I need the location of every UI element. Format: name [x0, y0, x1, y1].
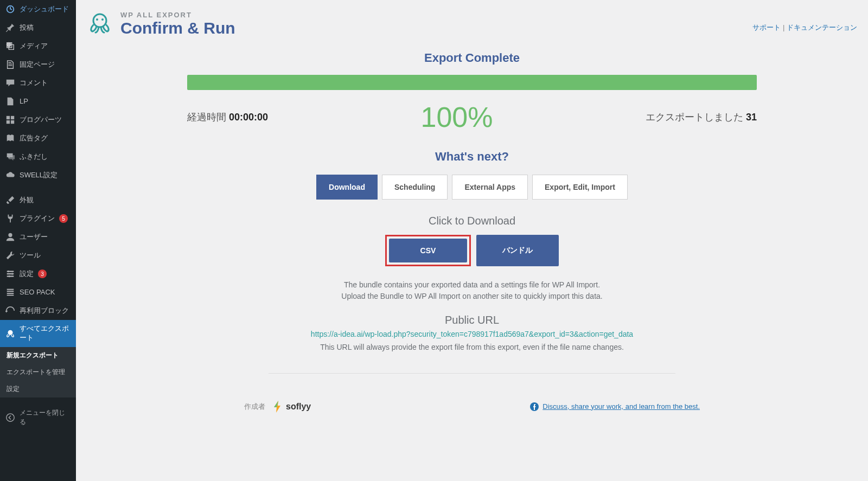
soflyy-brand: soflyy: [273, 401, 311, 413]
user-icon: [5, 232, 15, 242]
sidebar-item-plugins[interactable]: プラグイン 5: [0, 209, 76, 228]
sidebar-item-users[interactable]: ユーザー: [0, 228, 76, 246]
support-link[interactable]: サポート: [752, 23, 781, 31]
sidebar-submenu: 新規エクスポート エクスポートを管理 設定: [0, 347, 76, 397]
click-to-download-heading: Click to Download: [187, 215, 757, 227]
media-icon: [5, 41, 15, 51]
svg-rect-3: [7, 120, 10, 124]
submenu-new-export[interactable]: 新規エクスポート: [0, 347, 76, 364]
sidebar-item-media[interactable]: メディア: [0, 37, 76, 55]
tab-scheduling[interactable]: Scheduling: [382, 175, 448, 200]
progress-percent: 100%: [421, 101, 493, 133]
soflyy-text: soflyy: [286, 402, 311, 412]
sidebar-label: 投稿: [20, 23, 34, 33]
wpallexport-logo-icon: [87, 11, 113, 37]
sidebar-label: ユーザー: [20, 233, 48, 242]
elapsed-time: 経過時間 00:00:00: [187, 111, 268, 124]
sidebar-label: メディア: [20, 42, 48, 51]
exported-count: エクスポートしました 31: [646, 111, 757, 124]
sidebar-label: 広告タグ: [20, 134, 48, 143]
sidebar-item-adtag[interactable]: 広告タグ: [0, 129, 76, 147]
sidebar-label: SEO PACK: [20, 288, 55, 297]
brush-icon: [5, 195, 15, 205]
page-header: WP ALL EXPORT Confirm & Run サポート | ドキュメン…: [87, 0, 857, 37]
octopus-icon: [5, 329, 15, 338]
submenu-manage-exports[interactable]: エクスポートを管理: [0, 364, 76, 381]
sidebar-label: ふきだし: [20, 152, 48, 162]
download-buttons: CSV バンドル: [187, 235, 757, 266]
discuss-section: Discuss, share your work, and learn from…: [530, 402, 700, 412]
sidebar-item-posts[interactable]: 投稿: [0, 18, 76, 37]
collapse-menu[interactable]: メニューを閉じる: [0, 403, 76, 432]
sidebar-item-reusable[interactable]: 再利用ブロック: [0, 302, 76, 320]
sidebar-label: 外観: [20, 196, 34, 205]
wrench-icon: [5, 251, 15, 260]
csv-highlight-box: CSV: [385, 235, 471, 266]
main-content: WP ALL EXPORT Confirm & Run サポート | ドキュメン…: [76, 0, 868, 481]
update-badge: 3: [38, 270, 47, 278]
tab-export-edit-import[interactable]: Export, Edit, Import: [532, 175, 628, 200]
sidebar-item-comments[interactable]: コメント: [0, 74, 76, 92]
sidebar-item-speech[interactable]: ふきだし: [0, 147, 76, 166]
sidebar-item-pages[interactable]: 固定ページ: [0, 55, 76, 74]
svg-point-10: [7, 414, 14, 421]
svg-point-6: [8, 271, 10, 273]
discuss-link[interactable]: Discuss, share your work, and learn from…: [542, 402, 700, 411]
page-title: Confirm & Run: [120, 19, 235, 37]
public-url-note: This URL will always provide the export …: [187, 343, 757, 351]
sidebar-item-swell[interactable]: SWELL設定: [0, 166, 76, 184]
sidebar-item-appearance[interactable]: 外観: [0, 191, 76, 209]
pages-icon: [5, 60, 15, 69]
sidebar-label: LP: [20, 97, 28, 106]
svg-point-7: [11, 273, 14, 275]
update-badge: 5: [59, 214, 68, 223]
download-csv-button[interactable]: CSV: [389, 239, 468, 262]
export-complete-heading: Export Complete: [187, 51, 757, 65]
download-bundle-button[interactable]: バンドル: [476, 235, 559, 266]
footer-row: 作成者 soflyy Discuss, share your work, and…: [228, 401, 716, 413]
sidebar-label: プラグイン: [20, 214, 55, 223]
created-by-label: 作成者: [244, 402, 265, 412]
sidebar-label: ブログパーツ: [20, 116, 62, 125]
whats-next-heading: What's next?: [187, 150, 757, 164]
facebook-icon: [530, 402, 539, 411]
collapse-icon: [5, 413, 15, 422]
sidebar-label: コメント: [20, 79, 48, 88]
documentation-link[interactable]: ドキュメンテーション: [787, 23, 857, 31]
sidebar-label: 固定ページ: [20, 60, 55, 69]
status-row: 経過時間 00:00:00 100% エクスポートしました 31: [187, 101, 757, 133]
sidebar-item-seopack[interactable]: SEO PACK: [0, 283, 76, 302]
sidebar-item-blogparts[interactable]: ブログパーツ: [0, 111, 76, 129]
svg-point-5: [8, 233, 12, 237]
svg-point-13: [101, 18, 104, 21]
sidebar-label: ダッシュボード: [20, 5, 69, 14]
next-steps-tabs: Download Scheduling External Apps Export…: [187, 175, 757, 200]
elapsed-value: 00:00:00: [229, 112, 268, 123]
grid-icon: [5, 115, 15, 125]
sidebar-item-dashboard[interactable]: ダッシュボード: [0, 0, 76, 18]
sidebar-item-lp[interactable]: LP: [0, 92, 76, 111]
recycle-icon: [5, 306, 15, 316]
bolt-icon: [273, 401, 283, 413]
progress-bar: [187, 75, 757, 90]
svg-rect-1: [7, 116, 10, 119]
sidebar-item-tools[interactable]: ツール: [0, 246, 76, 265]
sidebar-item-export-all[interactable]: すべてエクスポート: [0, 320, 76, 347]
svg-point-12: [96, 18, 98, 21]
public-url-link[interactable]: https://a-idea.ai/wp-load.php?security_t…: [187, 330, 757, 338]
bundle-description: The bundle contains your exported data a…: [187, 279, 757, 302]
submenu-settings[interactable]: 設定: [0, 381, 76, 397]
footer-divider: [269, 373, 675, 374]
plug-icon: [5, 214, 15, 223]
tab-download[interactable]: Download: [316, 175, 378, 200]
header-links: サポート | ドキュメンテーション: [752, 11, 857, 33]
bundle-text-line-1: The bundle contains your exported data a…: [187, 279, 757, 291]
sidebar-label: SWELL設定: [20, 171, 58, 180]
tab-external-apps[interactable]: External Apps: [452, 175, 528, 200]
sidebar-item-settings[interactable]: 設定 3: [0, 265, 76, 283]
sidebar-label: すべてエクスポート: [20, 324, 71, 343]
list-icon: [5, 287, 15, 297]
document-icon: [5, 97, 15, 106]
svg-point-8: [8, 275, 10, 278]
svg-point-0: [7, 42, 11, 47]
